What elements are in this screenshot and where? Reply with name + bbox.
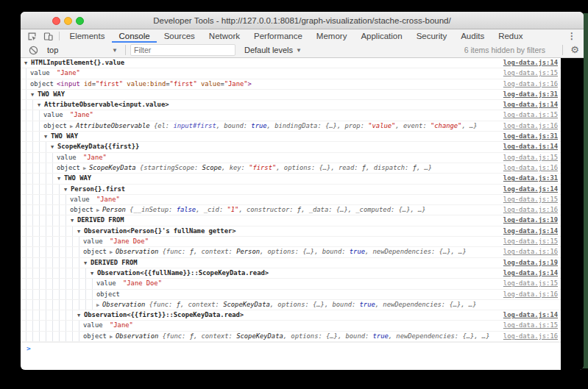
execution-context-selector[interactable]: top ▼ xyxy=(47,46,118,54)
inspect-element-icon[interactable] xyxy=(26,31,38,42)
expand-object-icon[interactable]: ▶ xyxy=(83,164,89,174)
tree-guide xyxy=(79,332,79,341)
source-link[interactable]: log-data.js:15 xyxy=(503,321,558,330)
tab-performance[interactable]: Performance xyxy=(247,29,310,43)
log-text: , _cid: xyxy=(196,206,227,213)
source-link[interactable]: log-data.js:19 xyxy=(503,258,558,268)
tree-guide xyxy=(26,237,26,246)
log-text: Person xyxy=(102,206,130,213)
tree-guide xyxy=(79,258,79,268)
source-link[interactable]: log-data.js:16 xyxy=(503,163,558,173)
expand-object-icon[interactable]: ▶ xyxy=(96,206,102,215)
tree-guide xyxy=(39,226,40,236)
group-toggle-icon[interactable]: ▼ xyxy=(84,259,91,268)
group-toggle-icon[interactable]: ▼ xyxy=(44,132,51,142)
tab-console[interactable]: Console xyxy=(112,29,157,43)
expand-object-icon[interactable]: ▶ xyxy=(70,122,76,132)
group-toggle-icon[interactable]: ▼ xyxy=(91,269,97,279)
log-text: Person{}.first xyxy=(71,185,125,193)
tree-guide xyxy=(65,310,66,320)
tree-guide xyxy=(26,174,26,183)
source-link[interactable]: log-data.js:16 xyxy=(503,205,558,215)
source-link[interactable]: log-data.js:16 xyxy=(503,332,558,341)
group-toggle-icon[interactable]: ▼ xyxy=(51,143,57,152)
source-link[interactable]: log-data.js:15 xyxy=(503,195,558,204)
gear-icon[interactable]: ⚙ xyxy=(570,43,579,57)
tree-guide xyxy=(46,300,46,310)
group-toggle-icon[interactable]: ▼ xyxy=(71,216,77,226)
tree-guide xyxy=(52,290,53,299)
log-key-label: value xyxy=(43,110,70,120)
source-link[interactable]: log-data.js:14 xyxy=(503,310,558,320)
device-toolbar-icon[interactable] xyxy=(43,31,54,42)
source-link[interactable]: log-data.js:15 xyxy=(503,153,558,163)
console-prompt[interactable]: > xyxy=(21,342,561,354)
group-toggle-icon[interactable]: ▼ xyxy=(38,101,44,110)
source-link[interactable]: log-data.js:14 xyxy=(503,142,558,151)
log-key-label: object xyxy=(96,290,123,299)
source-link[interactable]: log-data.js:15 xyxy=(503,110,558,120)
group-toggle-icon[interactable]: ▼ xyxy=(77,227,84,237)
source-link[interactable]: log-data.js:19 xyxy=(503,215,558,225)
group-toggle-icon[interactable]: ▼ xyxy=(77,311,84,321)
source-link[interactable]: log-data.js:14 xyxy=(503,268,558,278)
source-link[interactable]: log-data.js:16 xyxy=(503,79,558,89)
log-text: ScopeKeyData xyxy=(236,332,283,340)
source-link[interactable]: log-data.js:15 xyxy=(503,279,558,288)
group-toggle-icon[interactable]: ▼ xyxy=(64,185,71,195)
expand-object-icon[interactable]: ▶ xyxy=(110,332,116,342)
log-text: true xyxy=(360,301,375,308)
tree-guide xyxy=(59,300,60,310)
expand-object-icon[interactable]: ▶ xyxy=(110,248,116,257)
group-toggle-icon[interactable]: ▼ xyxy=(31,90,38,100)
more-options-icon[interactable]: ⋮ xyxy=(567,29,576,43)
tab-security[interactable]: Security xyxy=(409,29,454,43)
tab-sources[interactable]: Sources xyxy=(157,29,202,43)
source-link[interactable]: log-data.js:31 xyxy=(503,132,558,141)
tab-network[interactable]: Network xyxy=(202,29,247,43)
tree-guide xyxy=(65,279,66,288)
source-link[interactable]: log-data.js:31 xyxy=(503,90,558,99)
tree-guide xyxy=(46,153,46,163)
tree-guide xyxy=(59,226,60,236)
chevron-down-icon: ▼ xyxy=(112,47,118,54)
source-link[interactable]: log-data.js:14 xyxy=(503,58,558,68)
group-toggle-icon[interactable]: ▼ xyxy=(57,174,64,184)
log-text: , constructor: xyxy=(238,206,297,213)
tree-guide xyxy=(39,121,40,131)
tree-guide xyxy=(72,310,73,320)
log-key-label: value xyxy=(96,279,123,288)
tree-guide xyxy=(26,90,26,99)
tree-guide xyxy=(46,185,46,194)
source-link[interactable]: log-data.js:15 xyxy=(503,237,558,246)
filter-input[interactable] xyxy=(130,44,235,56)
tab-elements[interactable]: Elements xyxy=(63,29,112,43)
clear-console-icon[interactable] xyxy=(29,46,38,55)
log-text: HTMLInputElement{}.value xyxy=(31,59,124,66)
tab-redux[interactable]: Redux xyxy=(492,29,530,43)
log-text: > xyxy=(248,80,252,88)
source-link[interactable]: log-data.js:14 xyxy=(503,185,558,194)
log-key-label: value xyxy=(70,195,96,204)
tree-guide xyxy=(65,268,66,278)
source-link[interactable]: log-data.js:16 xyxy=(503,121,558,131)
devtools-window: Developer Tools - http://127.0.0.1:8081/… xyxy=(21,12,584,370)
source-link[interactable]: log-data.js:16 xyxy=(503,247,558,257)
log-level-selector[interactable]: Default levels ▼ xyxy=(244,46,302,54)
log-text: , bound: xyxy=(216,122,252,129)
tree-guide xyxy=(26,142,26,151)
source-link[interactable]: log-data.js:14 xyxy=(503,100,558,110)
source-link[interactable]: log-data.js:31 xyxy=(503,174,558,183)
tab-memory[interactable]: Memory xyxy=(309,29,354,43)
log-text: Observation<{{fullName}}::ScopeKeyData.r… xyxy=(97,269,269,276)
source-link[interactable]: log-data.js:15 xyxy=(503,68,558,78)
source-link[interactable]: log-data.js:14 xyxy=(503,226,558,236)
expand-object-icon[interactable]: ▶ xyxy=(96,301,102,310)
tab-application[interactable]: Application xyxy=(354,29,409,43)
group-toggle-icon[interactable]: ▼ xyxy=(24,59,31,68)
log-key-label: object xyxy=(43,121,70,131)
tree-guide xyxy=(39,279,40,288)
source-link[interactable]: log-data.js:16 xyxy=(503,290,558,299)
tab-audits[interactable]: Audits xyxy=(454,29,492,43)
tree-guide xyxy=(26,258,26,268)
